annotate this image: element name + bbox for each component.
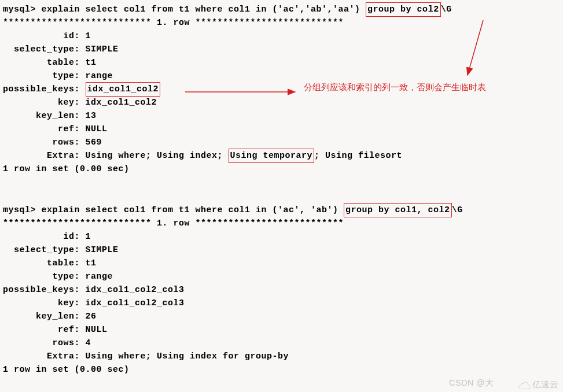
query2-rows: rows: 4 [3,336,560,350]
query2-select-type: select_type: SIMPLE [3,243,560,257]
svg-line-3 [468,20,483,75]
query2-footer: 1 row in set (0.00 sec) [3,363,560,376]
query2-possible-keys: possible_keys: idx_col1_col2_col3 [3,283,560,297]
query1-footer: 1 row in set (0.00 sec) [3,162,560,176]
query1-ref: ref: NULL [3,123,560,136]
query2-table: table: t1 [3,257,560,270]
query2-key-len: key_len: 26 [3,310,560,323]
query2-key: key: idx_col1_col2_col3 [3,297,560,310]
query2-command: mysql> explain select col1 from t1 where… [3,204,560,217]
highlight-using-temporary: Using temporary [229,149,315,163]
highlight-group-by-col2: group by col2 [366,2,441,17]
arrow-diagonal [457,20,492,84]
arrow-horizontal [185,88,301,98]
query1-key-len: key_len: 13 [3,109,560,123]
query1-rows: rows: 569 [3,136,560,149]
cloud-icon [518,380,531,389]
query2-id: id: 1 [3,230,560,243]
watermark-csdn: CSDN @大 [449,378,494,389]
highlight-idx-col1-col2: idx_col1_col2 [86,82,161,97]
query1-extra: Extra: Using where; Using index; Using t… [3,149,560,162]
query2-ref: ref: NULL [3,323,560,336]
query2-extra: Extra: Using where; Using index for grou… [3,350,560,363]
query2-type: type: range [3,270,560,283]
query1-command: mysql> explain select col1 from t1 where… [3,3,560,16]
highlight-group-by-col1-col2: group by col1, col2 [344,203,452,217]
watermark-yisu: 亿速云 [518,379,558,390]
query2-row-header: *************************** 1. row *****… [3,217,560,230]
